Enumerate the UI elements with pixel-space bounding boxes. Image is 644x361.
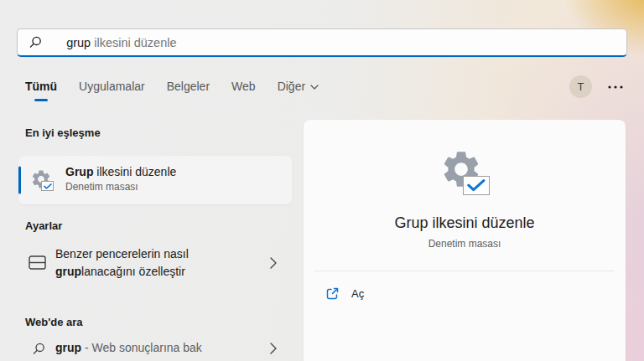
search-suggestion-text: ilkesini düzenle bbox=[91, 36, 176, 49]
web-query-bold: grup bbox=[55, 341, 81, 354]
settings-result[interactable]: Benzer pencerelerin nasılgruplanacağını … bbox=[18, 241, 292, 285]
best-match-title-bold: Grup bbox=[65, 165, 93, 178]
tab-all[interactable]: Tümü bbox=[25, 80, 57, 93]
selection-accent-bar bbox=[18, 167, 21, 194]
tab-documents[interactable]: Belgeler bbox=[167, 80, 210, 93]
preview-panel: Grup ilkesini düzenle Denetim masası Aç bbox=[304, 120, 626, 361]
chevron-down-icon bbox=[310, 85, 319, 90]
search-icon bbox=[29, 35, 43, 49]
divider bbox=[314, 271, 615, 271]
section-title-web-search: Web'de ara bbox=[25, 316, 83, 328]
best-match-title: Grup ilkesini düzenle bbox=[65, 164, 176, 180]
open-action-label: Aç bbox=[351, 287, 364, 300]
check-badge-icon bbox=[41, 181, 54, 191]
preview-title: Grup ilkesini düzenle bbox=[394, 214, 534, 232]
best-match-result[interactable]: Grup ilkesini düzenle Denetim masası bbox=[18, 156, 292, 204]
tab-more-label: Diğer bbox=[278, 80, 305, 93]
best-match-subtitle: Denetim masası bbox=[65, 180, 176, 194]
settings-line1: Benzer pencerelerin nasıl bbox=[55, 247, 189, 260]
chevron-right-icon bbox=[270, 257, 277, 269]
open-external-icon bbox=[325, 286, 340, 301]
group-policy-gear-icon-large bbox=[439, 147, 490, 196]
web-query-rest: - Web sonuçlarına bak bbox=[81, 341, 202, 354]
tab-web[interactable]: Web bbox=[231, 80, 256, 93]
search-query-text: grup bbox=[66, 36, 91, 49]
section-title-settings: Ayarlar bbox=[25, 219, 62, 232]
settings-result-text: Benzer pencerelerin nasılgruplanacağını … bbox=[55, 245, 189, 281]
settings-line2-rest: lanacağını özelleştir bbox=[81, 265, 185, 278]
filter-tabs: Tümü Uygulamalar Belgeler Web Diğer bbox=[25, 80, 319, 93]
check-badge-icon-large bbox=[463, 176, 490, 195]
search-bar[interactable]: grup ilkesini düzenle bbox=[17, 28, 627, 57]
tab-apps[interactable]: Uygulamalar bbox=[79, 80, 145, 93]
tab-more[interactable]: Diğer bbox=[278, 80, 319, 93]
window-group-icon bbox=[29, 255, 46, 270]
more-options-button[interactable] bbox=[607, 79, 624, 95]
avatar[interactable]: T bbox=[569, 75, 592, 98]
topbar-right: T bbox=[569, 75, 624, 98]
open-action[interactable]: Aç bbox=[314, 281, 375, 306]
ellipsis-icon bbox=[608, 85, 623, 89]
web-search-result[interactable]: grup - Web sonuçlarına bak bbox=[18, 333, 292, 361]
chevron-right-icon bbox=[270, 343, 277, 354]
best-match-title-rest: ilkesini düzenle bbox=[93, 165, 176, 178]
settings-line2-bold: grup bbox=[55, 265, 81, 278]
best-match-text: Grup ilkesini düzenle Denetim masası bbox=[65, 164, 176, 194]
group-policy-gear-icon bbox=[30, 168, 55, 192]
preview-subtitle: Denetim masası bbox=[428, 238, 501, 250]
search-icon bbox=[32, 342, 46, 356]
search-input[interactable]: grup ilkesini düzenle bbox=[53, 23, 177, 63]
section-title-best-match: En iyi eşleşme bbox=[25, 126, 101, 139]
web-search-text: grup - Web sonuçlarına bak bbox=[55, 341, 202, 354]
